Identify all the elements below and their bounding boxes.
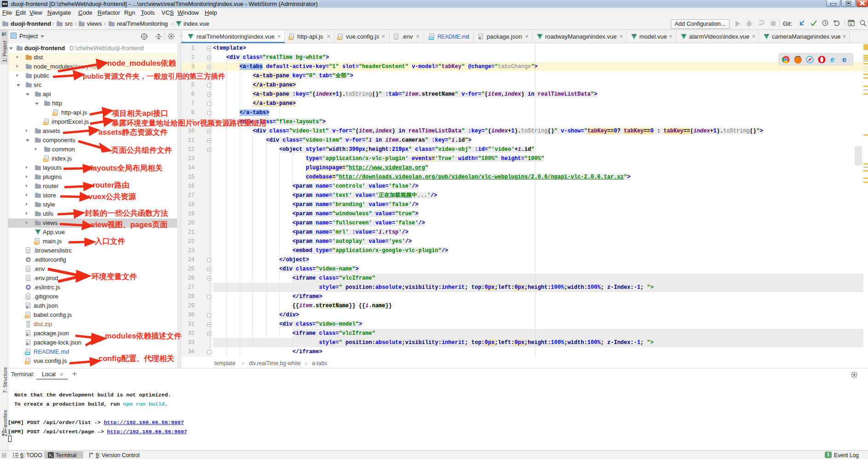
svg-text:e: e bbox=[830, 56, 834, 63]
svg-text:e: e bbox=[842, 56, 846, 63]
